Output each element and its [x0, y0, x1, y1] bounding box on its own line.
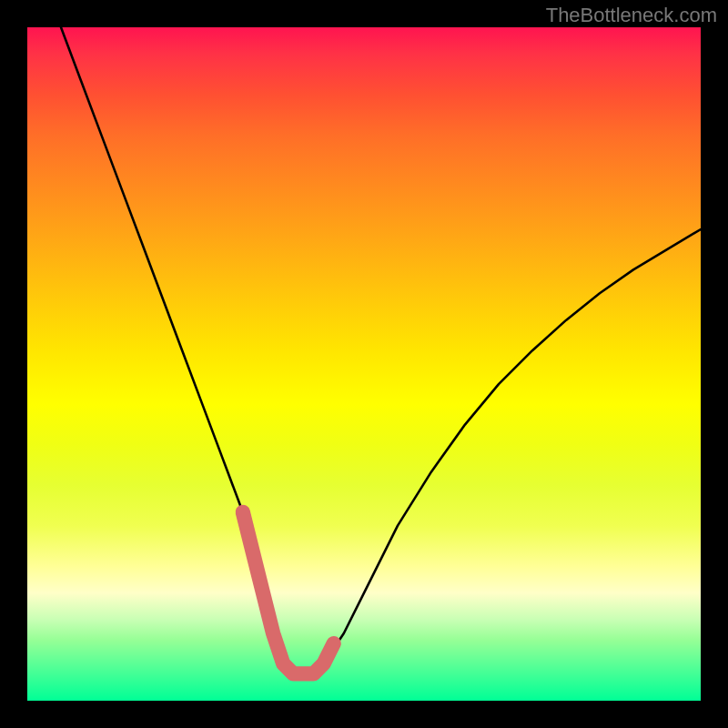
bottleneck-curve [61, 27, 701, 673]
optimal-zone-curve [243, 512, 334, 674]
watermark-text: TheBottleneck.com [546, 4, 717, 27]
curve-layer [27, 27, 701, 701]
plot-area [27, 27, 701, 701]
chart-container: TheBottleneck.com [0, 0, 728, 728]
